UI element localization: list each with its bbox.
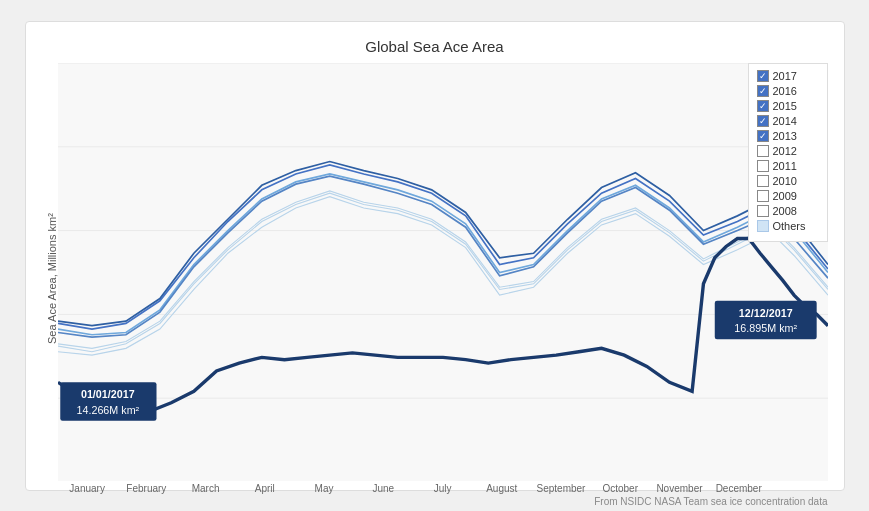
legend-label-2016: 2016 <box>773 85 797 97</box>
chart-title: Global Sea Ace Area <box>42 38 828 55</box>
legend-item-2014[interactable]: ✓ 2014 <box>757 115 819 127</box>
legend-item-2016[interactable]: ✓ 2016 <box>757 85 819 97</box>
x-label-dec: December <box>709 483 768 494</box>
x-label-nov: November <box>650 483 709 494</box>
legend-item-2015[interactable]: ✓ 2015 <box>757 100 819 112</box>
legend-item-2011[interactable]: 2011 <box>757 160 819 172</box>
x-label-sep: September <box>531 483 590 494</box>
legend-item-2012[interactable]: 2012 <box>757 145 819 157</box>
legend: ✓ 2017 ✓ 2016 ✓ 2015 ✓ 2014 ✓ 2013 2012 <box>748 63 828 242</box>
legend-item-2017[interactable]: ✓ 2017 <box>757 70 819 82</box>
legend-label-2009: 2009 <box>773 190 797 202</box>
legend-label-2012: 2012 <box>773 145 797 157</box>
legend-label-2017: 2017 <box>773 70 797 82</box>
svg-text:01/01/2017: 01/01/2017 <box>80 388 134 400</box>
svg-rect-0 <box>58 63 828 482</box>
x-label-oct: October <box>591 483 650 494</box>
legend-checkbox-2008[interactable] <box>757 205 769 217</box>
chart-area: 22 20 18 16 14 <box>58 63 828 495</box>
legend-checkbox-2009[interactable] <box>757 190 769 202</box>
x-axis-labels: January February March April May June Ju… <box>58 481 828 494</box>
legend-checkbox-2014[interactable]: ✓ <box>757 115 769 127</box>
x-label-aug: August <box>472 483 531 494</box>
legend-checkbox-2016[interactable]: ✓ <box>757 85 769 97</box>
legend-checkbox-others[interactable] <box>757 220 769 232</box>
svg-text:16.895M km²: 16.895M km² <box>734 322 797 334</box>
legend-label-2015: 2015 <box>773 100 797 112</box>
legend-label-2010: 2010 <box>773 175 797 187</box>
legend-checkbox-2015[interactable]: ✓ <box>757 100 769 112</box>
x-label-may: May <box>294 483 353 494</box>
legend-label-2011: 2011 <box>773 160 797 172</box>
svg-text:14.266M km²: 14.266M km² <box>76 404 139 416</box>
legend-item-2008[interactable]: 2008 <box>757 205 819 217</box>
x-label-jul: July <box>413 483 472 494</box>
legend-checkbox-2011[interactable] <box>757 160 769 172</box>
chart-body: Sea Ace Area, Millions km² 22 20 18 16 1… <box>42 63 828 495</box>
x-label-jun: June <box>354 483 413 494</box>
x-label-mar: March <box>176 483 235 494</box>
legend-checkbox-2013[interactable]: ✓ <box>757 130 769 142</box>
legend-item-others[interactable]: Others <box>757 220 819 232</box>
legend-label-2014: 2014 <box>773 115 797 127</box>
attribution-text: From NSIDC NASA Team sea ice concentrati… <box>42 496 828 507</box>
legend-checkbox-2010[interactable] <box>757 175 769 187</box>
line-chart: 22 20 18 16 14 <box>58 63 828 482</box>
svg-text:12/12/2017: 12/12/2017 <box>738 306 792 318</box>
x-label-apr: April <box>235 483 294 494</box>
legend-label-2013: 2013 <box>773 130 797 142</box>
legend-item-2010[interactable]: 2010 <box>757 175 819 187</box>
legend-checkbox-2012[interactable] <box>757 145 769 157</box>
x-label-feb: February <box>117 483 176 494</box>
legend-item-2009[interactable]: 2009 <box>757 190 819 202</box>
legend-label-2008: 2008 <box>773 205 797 217</box>
legend-item-2013[interactable]: ✓ 2013 <box>757 130 819 142</box>
chart-container: Global Sea Ace Area Sea Ace Area, Millio… <box>25 21 845 491</box>
legend-checkbox-2017[interactable]: ✓ <box>757 70 769 82</box>
y-axis-label: Sea Ace Area, Millions km² <box>42 63 58 495</box>
legend-label-others: Others <box>773 220 806 232</box>
x-label-empty <box>768 483 827 494</box>
x-label-jan: January <box>58 483 117 494</box>
